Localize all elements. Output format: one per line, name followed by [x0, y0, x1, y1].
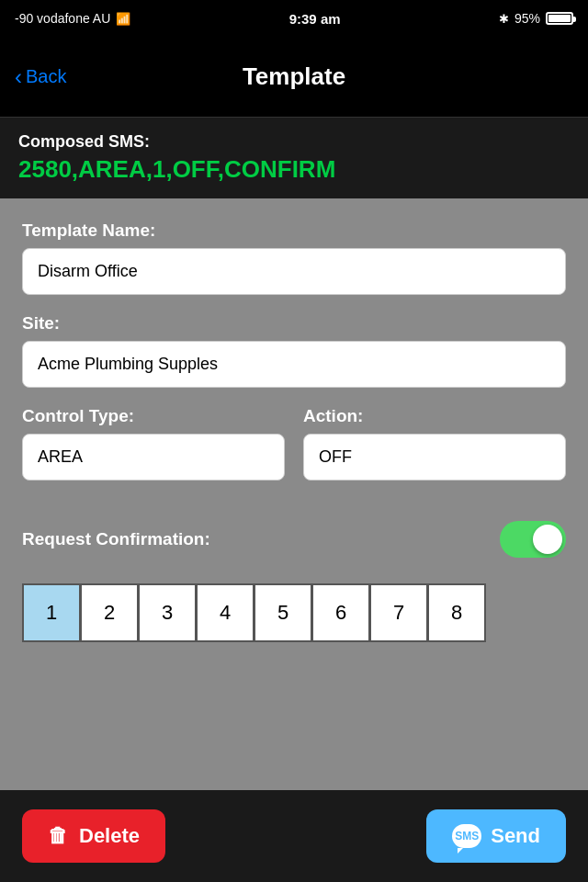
- sms-composed-label: Composed SMS:: [18, 132, 570, 152]
- action-label: Action:: [303, 406, 566, 426]
- control-action-row: Control Type: Action:: [22, 406, 566, 499]
- number-selector: 12345678: [22, 583, 566, 642]
- num-btn-6[interactable]: 6: [311, 583, 370, 642]
- bottom-bar: 🗑 Delete SMS Send: [0, 790, 588, 882]
- status-bar: -90 vodafone AU 📶 9:39 am ✱ 95%: [0, 0, 588, 37]
- carrier-info: -90 vodafone AU 📶: [15, 11, 130, 26]
- trash-icon: 🗑: [48, 824, 68, 848]
- nav-bar: ‹ Back Template: [0, 37, 588, 118]
- num-btn-7[interactable]: 7: [369, 583, 428, 642]
- carrier-text: -90 vodafone AU: [15, 11, 110, 26]
- battery-fill: [548, 15, 571, 22]
- send-label: Send: [491, 824, 540, 848]
- send-button[interactable]: SMS Send: [426, 809, 566, 863]
- num-btn-4[interactable]: 4: [196, 583, 254, 642]
- battery-indicator: [546, 12, 573, 25]
- sms-icon-text: SMS: [455, 830, 479, 842]
- num-btn-2[interactable]: 2: [80, 583, 139, 642]
- main-content: Template Name: Site: Control Type: Actio…: [0, 198, 588, 642]
- back-chevron-icon: ‹: [15, 66, 22, 88]
- site-label: Site:: [22, 313, 566, 334]
- back-button[interactable]: ‹ Back: [15, 66, 66, 88]
- confirmation-row: Request Confirmation:: [22, 521, 566, 558]
- page-title: Template: [243, 62, 345, 91]
- battery-bar: [546, 12, 573, 25]
- bluetooth-icon: ✱: [499, 12, 509, 26]
- control-type-input[interactable]: [22, 434, 285, 481]
- back-label: Back: [26, 66, 66, 87]
- control-type-label: Control Type:: [22, 406, 285, 426]
- num-btn-8[interactable]: 8: [427, 583, 486, 642]
- action-field: Action:: [303, 406, 566, 499]
- site-input[interactable]: [22, 341, 566, 388]
- confirmation-toggle[interactable]: [500, 521, 566, 558]
- wifi-icon: 📶: [116, 12, 130, 26]
- template-name-input[interactable]: [22, 248, 566, 295]
- control-type-field: Control Type:: [22, 406, 285, 499]
- battery-area: ✱ 95%: [499, 11, 573, 26]
- confirmation-label: Request Confirmation:: [22, 529, 210, 549]
- num-btn-3[interactable]: 3: [138, 583, 197, 642]
- num-btn-5[interactable]: 5: [254, 583, 312, 642]
- delete-label: Delete: [79, 824, 140, 848]
- template-name-label: Template Name:: [22, 220, 566, 241]
- toggle-knob: [533, 525, 562, 554]
- delete-button[interactable]: 🗑 Delete: [22, 809, 165, 863]
- sms-bubble-icon: SMS: [452, 824, 481, 848]
- action-input[interactable]: [303, 434, 566, 481]
- time-display: 9:39 am: [289, 11, 341, 27]
- sms-composed-value: 2580,AREA,1,OFF,CONFIRM: [18, 155, 570, 184]
- sms-banner: Composed SMS: 2580,AREA,1,OFF,CONFIRM: [0, 118, 588, 198]
- num-btn-1[interactable]: 1: [22, 583, 81, 642]
- battery-pct: 95%: [514, 11, 540, 26]
